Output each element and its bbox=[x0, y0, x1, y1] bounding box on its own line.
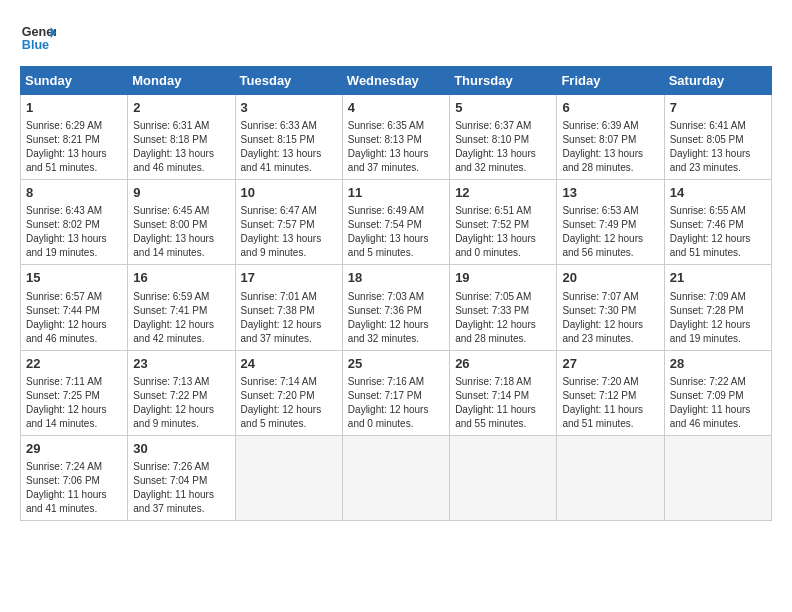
calendar-cell: 12Sunrise: 6:51 AM Sunset: 7:52 PM Dayli… bbox=[450, 180, 557, 265]
day-number: 2 bbox=[133, 99, 229, 117]
day-number: 6 bbox=[562, 99, 658, 117]
calendar-cell: 21Sunrise: 7:09 AM Sunset: 7:28 PM Dayli… bbox=[664, 265, 771, 350]
day-detail: Sunrise: 6:39 AM Sunset: 8:07 PM Dayligh… bbox=[562, 119, 658, 175]
day-detail: Sunrise: 7:05 AM Sunset: 7:33 PM Dayligh… bbox=[455, 290, 551, 346]
day-detail: Sunrise: 7:03 AM Sunset: 7:36 PM Dayligh… bbox=[348, 290, 444, 346]
day-number: 17 bbox=[241, 269, 337, 287]
day-number: 13 bbox=[562, 184, 658, 202]
calendar-cell: 29Sunrise: 7:24 AM Sunset: 7:06 PM Dayli… bbox=[21, 435, 128, 520]
page-header: General Blue bbox=[20, 20, 772, 56]
day-number: 15 bbox=[26, 269, 122, 287]
day-detail: Sunrise: 6:53 AM Sunset: 7:49 PM Dayligh… bbox=[562, 204, 658, 260]
day-number: 14 bbox=[670, 184, 766, 202]
calendar-cell: 1Sunrise: 6:29 AM Sunset: 8:21 PM Daylig… bbox=[21, 95, 128, 180]
day-detail: Sunrise: 7:18 AM Sunset: 7:14 PM Dayligh… bbox=[455, 375, 551, 431]
week-row-2: 8Sunrise: 6:43 AM Sunset: 8:02 PM Daylig… bbox=[21, 180, 772, 265]
calendar-cell: 30Sunrise: 7:26 AM Sunset: 7:04 PM Dayli… bbox=[128, 435, 235, 520]
day-detail: Sunrise: 7:22 AM Sunset: 7:09 PM Dayligh… bbox=[670, 375, 766, 431]
calendar-cell: 19Sunrise: 7:05 AM Sunset: 7:33 PM Dayli… bbox=[450, 265, 557, 350]
day-detail: Sunrise: 6:31 AM Sunset: 8:18 PM Dayligh… bbox=[133, 119, 229, 175]
day-detail: Sunrise: 7:14 AM Sunset: 7:20 PM Dayligh… bbox=[241, 375, 337, 431]
weekday-header-thursday: Thursday bbox=[450, 67, 557, 95]
weekday-header-friday: Friday bbox=[557, 67, 664, 95]
day-detail: Sunrise: 6:57 AM Sunset: 7:44 PM Dayligh… bbox=[26, 290, 122, 346]
day-detail: Sunrise: 6:59 AM Sunset: 7:41 PM Dayligh… bbox=[133, 290, 229, 346]
weekday-header-monday: Monday bbox=[128, 67, 235, 95]
day-detail: Sunrise: 6:43 AM Sunset: 8:02 PM Dayligh… bbox=[26, 204, 122, 260]
calendar-cell: 22Sunrise: 7:11 AM Sunset: 7:25 PM Dayli… bbox=[21, 350, 128, 435]
day-detail: Sunrise: 6:37 AM Sunset: 8:10 PM Dayligh… bbox=[455, 119, 551, 175]
calendar-cell: 2Sunrise: 6:31 AM Sunset: 8:18 PM Daylig… bbox=[128, 95, 235, 180]
day-number: 25 bbox=[348, 355, 444, 373]
week-row-4: 22Sunrise: 7:11 AM Sunset: 7:25 PM Dayli… bbox=[21, 350, 772, 435]
day-detail: Sunrise: 7:24 AM Sunset: 7:06 PM Dayligh… bbox=[26, 460, 122, 516]
calendar-cell: 16Sunrise: 6:59 AM Sunset: 7:41 PM Dayli… bbox=[128, 265, 235, 350]
day-number: 9 bbox=[133, 184, 229, 202]
calendar-cell: 5Sunrise: 6:37 AM Sunset: 8:10 PM Daylig… bbox=[450, 95, 557, 180]
calendar-cell: 3Sunrise: 6:33 AM Sunset: 8:15 PM Daylig… bbox=[235, 95, 342, 180]
logo: General Blue bbox=[20, 20, 56, 56]
day-number: 22 bbox=[26, 355, 122, 373]
calendar-cell: 14Sunrise: 6:55 AM Sunset: 7:46 PM Dayli… bbox=[664, 180, 771, 265]
calendar-cell: 23Sunrise: 7:13 AM Sunset: 7:22 PM Dayli… bbox=[128, 350, 235, 435]
day-number: 23 bbox=[133, 355, 229, 373]
day-number: 11 bbox=[348, 184, 444, 202]
svg-text:Blue: Blue bbox=[22, 38, 49, 52]
calendar-cell: 27Sunrise: 7:20 AM Sunset: 7:12 PM Dayli… bbox=[557, 350, 664, 435]
day-detail: Sunrise: 7:07 AM Sunset: 7:30 PM Dayligh… bbox=[562, 290, 658, 346]
calendar-cell: 11Sunrise: 6:49 AM Sunset: 7:54 PM Dayli… bbox=[342, 180, 449, 265]
day-detail: Sunrise: 7:11 AM Sunset: 7:25 PM Dayligh… bbox=[26, 375, 122, 431]
day-number: 30 bbox=[133, 440, 229, 458]
weekday-header-wednesday: Wednesday bbox=[342, 67, 449, 95]
day-number: 1 bbox=[26, 99, 122, 117]
day-detail: Sunrise: 6:45 AM Sunset: 8:00 PM Dayligh… bbox=[133, 204, 229, 260]
calendar-cell: 25Sunrise: 7:16 AM Sunset: 7:17 PM Dayli… bbox=[342, 350, 449, 435]
logo-icon: General Blue bbox=[20, 20, 56, 56]
day-detail: Sunrise: 6:33 AM Sunset: 8:15 PM Dayligh… bbox=[241, 119, 337, 175]
day-detail: Sunrise: 7:16 AM Sunset: 7:17 PM Dayligh… bbox=[348, 375, 444, 431]
calendar-cell: 18Sunrise: 7:03 AM Sunset: 7:36 PM Dayli… bbox=[342, 265, 449, 350]
day-detail: Sunrise: 6:41 AM Sunset: 8:05 PM Dayligh… bbox=[670, 119, 766, 175]
calendar-cell: 7Sunrise: 6:41 AM Sunset: 8:05 PM Daylig… bbox=[664, 95, 771, 180]
day-detail: Sunrise: 7:09 AM Sunset: 7:28 PM Dayligh… bbox=[670, 290, 766, 346]
day-detail: Sunrise: 6:49 AM Sunset: 7:54 PM Dayligh… bbox=[348, 204, 444, 260]
day-number: 24 bbox=[241, 355, 337, 373]
day-number: 16 bbox=[133, 269, 229, 287]
calendar-cell bbox=[664, 435, 771, 520]
day-detail: Sunrise: 6:35 AM Sunset: 8:13 PM Dayligh… bbox=[348, 119, 444, 175]
day-detail: Sunrise: 6:55 AM Sunset: 7:46 PM Dayligh… bbox=[670, 204, 766, 260]
weekday-header-sunday: Sunday bbox=[21, 67, 128, 95]
day-number: 10 bbox=[241, 184, 337, 202]
day-detail: Sunrise: 7:01 AM Sunset: 7:38 PM Dayligh… bbox=[241, 290, 337, 346]
day-detail: Sunrise: 7:20 AM Sunset: 7:12 PM Dayligh… bbox=[562, 375, 658, 431]
calendar-table: SundayMondayTuesdayWednesdayThursdayFrid… bbox=[20, 66, 772, 521]
day-number: 5 bbox=[455, 99, 551, 117]
calendar-cell: 28Sunrise: 7:22 AM Sunset: 7:09 PM Dayli… bbox=[664, 350, 771, 435]
calendar-cell: 9Sunrise: 6:45 AM Sunset: 8:00 PM Daylig… bbox=[128, 180, 235, 265]
day-number: 7 bbox=[670, 99, 766, 117]
week-row-1: 1Sunrise: 6:29 AM Sunset: 8:21 PM Daylig… bbox=[21, 95, 772, 180]
calendar-cell: 15Sunrise: 6:57 AM Sunset: 7:44 PM Dayli… bbox=[21, 265, 128, 350]
day-detail: Sunrise: 7:26 AM Sunset: 7:04 PM Dayligh… bbox=[133, 460, 229, 516]
calendar-cell: 4Sunrise: 6:35 AM Sunset: 8:13 PM Daylig… bbox=[342, 95, 449, 180]
calendar-cell: 26Sunrise: 7:18 AM Sunset: 7:14 PM Dayli… bbox=[450, 350, 557, 435]
calendar-cell: 20Sunrise: 7:07 AM Sunset: 7:30 PM Dayli… bbox=[557, 265, 664, 350]
day-number: 27 bbox=[562, 355, 658, 373]
calendar-cell bbox=[450, 435, 557, 520]
weekday-header-tuesday: Tuesday bbox=[235, 67, 342, 95]
day-number: 29 bbox=[26, 440, 122, 458]
calendar-cell: 6Sunrise: 6:39 AM Sunset: 8:07 PM Daylig… bbox=[557, 95, 664, 180]
calendar-cell bbox=[557, 435, 664, 520]
week-row-5: 29Sunrise: 7:24 AM Sunset: 7:06 PM Dayli… bbox=[21, 435, 772, 520]
day-number: 20 bbox=[562, 269, 658, 287]
day-number: 28 bbox=[670, 355, 766, 373]
calendar-cell: 10Sunrise: 6:47 AM Sunset: 7:57 PM Dayli… bbox=[235, 180, 342, 265]
day-detail: Sunrise: 6:47 AM Sunset: 7:57 PM Dayligh… bbox=[241, 204, 337, 260]
calendar-cell: 24Sunrise: 7:14 AM Sunset: 7:20 PM Dayli… bbox=[235, 350, 342, 435]
day-number: 3 bbox=[241, 99, 337, 117]
calendar-cell bbox=[342, 435, 449, 520]
day-number: 19 bbox=[455, 269, 551, 287]
weekday-header-row: SundayMondayTuesdayWednesdayThursdayFrid… bbox=[21, 67, 772, 95]
day-number: 8 bbox=[26, 184, 122, 202]
calendar-cell: 8Sunrise: 6:43 AM Sunset: 8:02 PM Daylig… bbox=[21, 180, 128, 265]
